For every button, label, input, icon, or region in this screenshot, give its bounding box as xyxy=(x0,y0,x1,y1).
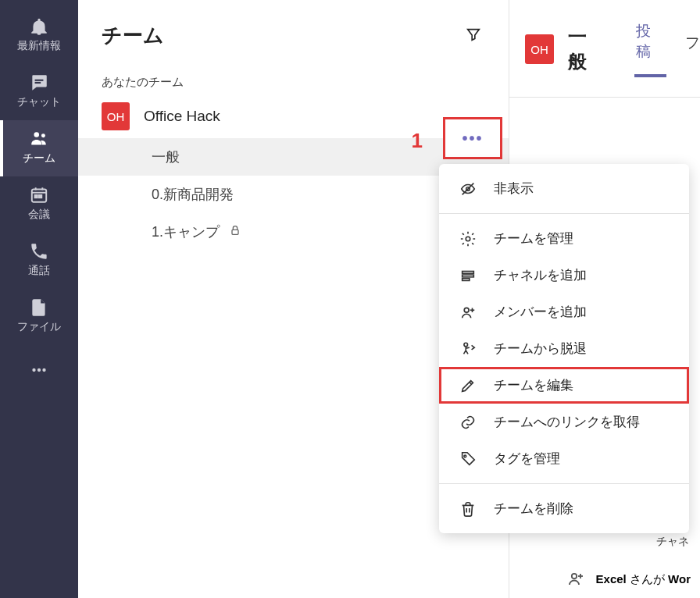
bottom-activity-row: Excel さんが Wor xyxy=(509,569,695,590)
svg-rect-9 xyxy=(39,195,41,198)
rail-calendar[interactable]: 会議 xyxy=(0,176,78,233)
svg-rect-0 xyxy=(35,80,44,81)
teams-icon xyxy=(28,128,50,150)
rail-label-teams: チーム xyxy=(23,151,55,166)
bottom-word: Wor xyxy=(668,572,691,586)
svg-point-2 xyxy=(34,132,40,137)
menu-manage-tags[interactable]: タグを管理 xyxy=(439,440,689,477)
channel-avatar: OH xyxy=(525,34,554,64)
menu-label: チームへのリンクを取得 xyxy=(494,413,640,431)
menu-separator xyxy=(439,213,689,214)
svg-point-11 xyxy=(38,368,41,372)
menu-label: タグを管理 xyxy=(494,450,560,468)
menu-label: 非表示 xyxy=(494,180,534,198)
menu-edit-team[interactable]: チームを編集 xyxy=(439,367,689,404)
svg-rect-8 xyxy=(35,195,38,198)
rail-label-chat: チャット xyxy=(17,95,61,109)
bottom-excel: Excel xyxy=(596,572,627,586)
teams-section-label: あなたのチーム xyxy=(78,69,509,94)
menu-label: チームを削除 xyxy=(494,500,573,518)
team-name: Office Hack xyxy=(144,108,220,125)
channel-add-icon xyxy=(459,267,477,284)
calendar-icon xyxy=(28,184,50,206)
channel-title: 一般 xyxy=(568,24,605,74)
tab-posts[interactable]: 投稿 xyxy=(634,21,666,77)
team-avatar: OH xyxy=(102,102,130,130)
menu-add-channel[interactable]: チャネルを追加 xyxy=(439,257,689,294)
menu-hide[interactable]: 非表示 xyxy=(439,170,689,207)
eye-off-icon xyxy=(459,180,477,198)
menu-get-link[interactable]: チームへのリンクを取得 xyxy=(439,404,689,440)
pencil-icon xyxy=(459,377,477,394)
svg-rect-21 xyxy=(462,275,474,277)
menu-leave-team[interactable]: チームから脱退 xyxy=(439,330,689,367)
svg-point-10 xyxy=(32,368,35,372)
menu-manage-team[interactable]: チームを管理 xyxy=(439,220,689,257)
leave-icon xyxy=(459,340,477,358)
bottom-san: さんが xyxy=(627,572,668,586)
link-icon xyxy=(459,414,477,431)
gear-icon xyxy=(459,230,477,247)
svg-rect-13 xyxy=(232,230,238,234)
tag-icon xyxy=(459,450,477,468)
rail-more[interactable] xyxy=(0,351,78,393)
rail-label-calendar: 会議 xyxy=(28,208,50,222)
more-horizontal-icon xyxy=(28,359,50,381)
channel-label: 0.新商品開発 xyxy=(152,185,234,204)
menu-label: チームから脱退 xyxy=(494,340,587,358)
svg-point-26 xyxy=(464,343,468,347)
bottom-channel-hint: チャネ xyxy=(509,535,695,569)
menu-label: チームを編集 xyxy=(494,376,573,394)
menu-label: チャネルを追加 xyxy=(494,266,587,284)
rail-teams[interactable]: チーム xyxy=(0,120,78,176)
rail-label-activity: 最新情報 xyxy=(17,39,61,53)
team-context-menu: 非表示 チームを管理 チャネルを追加 メンバーを追加 チームから脱退 チームを編… xyxy=(439,164,689,533)
rail-chat[interactable]: チャット xyxy=(0,64,78,120)
more-horizontal-icon: ••• xyxy=(462,130,483,148)
svg-point-12 xyxy=(42,368,45,372)
svg-point-27 xyxy=(464,454,466,457)
rail-files[interactable]: ファイル xyxy=(0,289,78,345)
svg-rect-1 xyxy=(35,82,41,84)
person-add-icon xyxy=(459,304,477,321)
rail-activity[interactable]: 最新情報 xyxy=(0,8,78,64)
svg-point-19 xyxy=(466,237,470,241)
svg-point-3 xyxy=(41,133,45,137)
rail-label-calls: 通話 xyxy=(28,264,50,278)
menu-label: チームを管理 xyxy=(494,230,573,247)
rail-label-files: ファイル xyxy=(17,320,61,334)
teams-pane-title: チーム xyxy=(102,22,164,49)
svg-point-14 xyxy=(571,574,576,578)
rail-calls[interactable]: 通話 xyxy=(0,233,78,289)
menu-add-member[interactable]: メンバーを追加 xyxy=(439,294,689,330)
team-more-button[interactable]: ••• xyxy=(443,117,502,159)
channel-label: 一般 xyxy=(152,148,180,166)
app-rail: 最新情報 チャット チーム 会議 通話 xyxy=(0,0,78,598)
menu-delete-team[interactable]: チームを削除 xyxy=(439,490,689,527)
svg-rect-22 xyxy=(462,278,470,280)
menu-label: メンバーを追加 xyxy=(494,303,587,321)
file-icon xyxy=(28,297,50,319)
svg-point-23 xyxy=(464,308,469,312)
filter-button[interactable] xyxy=(462,23,485,49)
chat-icon xyxy=(28,72,50,94)
trash-icon xyxy=(459,500,477,518)
menu-separator xyxy=(439,483,689,484)
svg-rect-20 xyxy=(462,271,474,273)
phone-icon xyxy=(28,240,50,262)
callout-number-1: 1 xyxy=(412,129,423,153)
tab-next[interactable]: フ xyxy=(680,33,700,66)
add-member-icon[interactable] xyxy=(566,569,585,590)
lock-icon xyxy=(229,224,241,240)
bell-icon xyxy=(28,16,50,37)
channel-label: 1.キャンプ xyxy=(152,222,220,241)
